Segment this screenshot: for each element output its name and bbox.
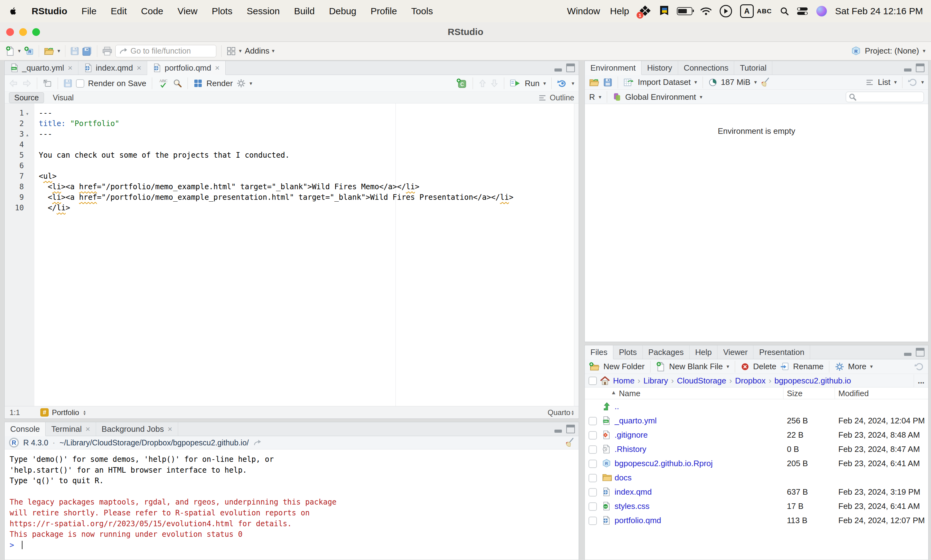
- save-doc-icon[interactable]: [63, 79, 72, 88]
- maximize-pane-icon[interactable]: [916, 63, 925, 72]
- menubar-item-build[interactable]: Build: [294, 6, 315, 17]
- close-tab-icon[interactable]: ×: [68, 63, 72, 73]
- close-tab-icon[interactable]: ×: [215, 63, 220, 73]
- render-label[interactable]: Render: [207, 78, 233, 88]
- menubar-item-tools[interactable]: Tools: [411, 6, 433, 17]
- file-name-link[interactable]: styles.css: [615, 502, 650, 511]
- print-icon[interactable]: [102, 46, 112, 56]
- new-project-icon[interactable]: R: [24, 46, 34, 56]
- file-name-link[interactable]: ..: [615, 402, 619, 411]
- fold-toggle-icon[interactable]: ▴: [26, 129, 32, 140]
- tab-portfolio-qmd[interactable]: portfolio.qmd×: [147, 61, 226, 75]
- input-abc-label[interactable]: ABC: [757, 8, 772, 15]
- menubar-item-help[interactable]: Help: [610, 6, 629, 17]
- breadcrumb-link-home[interactable]: Home: [613, 376, 634, 386]
- new-folder-icon[interactable]: [589, 362, 600, 371]
- forward-icon[interactable]: [22, 79, 31, 87]
- more-label[interactable]: More: [848, 362, 866, 371]
- table-row[interactable]: Rbgpopescu2.github.io.Rproj205 BFeb 23, …: [585, 456, 928, 471]
- outline-button[interactable]: Outline: [538, 93, 574, 102]
- run-label[interactable]: Run: [525, 78, 539, 88]
- breadcrumb-link-cloudstorage[interactable]: CloudStorage: [677, 376, 726, 386]
- menubar-item-profile[interactable]: Profile: [371, 6, 397, 17]
- tab-viewer[interactable]: Viewer: [717, 345, 754, 359]
- import-dataset-caret-icon[interactable]: ▾: [695, 79, 697, 86]
- goto-directory-arrow-icon[interactable]: [253, 439, 262, 446]
- sort-ascending-icon[interactable]: ▲: [611, 389, 617, 396]
- tab-background-jobs[interactable]: Background Jobs×: [96, 422, 178, 436]
- goto-file-box[interactable]: Go to file/function: [115, 45, 216, 57]
- back-icon[interactable]: [9, 79, 18, 87]
- new-folder-label[interactable]: New Folder: [603, 362, 644, 371]
- spotlight-icon[interactable]: [780, 6, 789, 16]
- new-file-icon[interactable]: [6, 46, 15, 56]
- console-output[interactable]: Type 'demo()' for some demos, 'help()' f…: [5, 450, 579, 560]
- memory-usage-label[interactable]: 187 MiB: [721, 77, 750, 87]
- row-checkbox[interactable]: [589, 460, 597, 468]
- refresh-caret-icon[interactable]: ▾: [921, 79, 924, 86]
- table-row[interactable]: .Rhistory0 BFeb 23, 2024, 8:47 AM: [585, 442, 928, 456]
- table-row[interactable]: YML_quarto.yml256 BFeb 24, 2024, 12:04 P…: [585, 414, 928, 428]
- minimize-pane-icon[interactable]: [555, 66, 562, 72]
- close-tab-icon[interactable]: ×: [137, 63, 141, 73]
- breadcrumb-more-button[interactable]: ...: [914, 374, 928, 387]
- column-header-size[interactable]: Size: [787, 389, 803, 398]
- tab-packages[interactable]: Packages: [643, 345, 690, 359]
- siri-icon[interactable]: [816, 6, 827, 17]
- fold-toggle-icon[interactable]: ▾: [26, 108, 32, 119]
- import-dataset-label[interactable]: Import Dataset: [638, 77, 691, 87]
- project-menu[interactable]: R Project: (None) ▾: [851, 46, 925, 56]
- table-row[interactable]: ..: [585, 399, 928, 414]
- flag-icon[interactable]: [660, 6, 669, 17]
- render-icon[interactable]: [193, 78, 203, 88]
- global-environment-label[interactable]: Global Environment: [625, 92, 696, 102]
- refresh-icon[interactable]: [914, 362, 924, 371]
- apple-icon[interactable]: [9, 6, 17, 16]
- render-on-save-checkbox[interactable]: [76, 79, 84, 88]
- tab-tutorial[interactable]: Tutorial: [734, 61, 772, 75]
- panes-caret-icon[interactable]: ▾: [239, 48, 242, 54]
- render-settings-gear-icon[interactable]: [236, 78, 246, 88]
- tab--quarto-yml[interactable]: YML_quarto.yml×: [5, 61, 79, 75]
- menubar-item-window[interactable]: Window: [567, 6, 600, 17]
- visual-mode-button[interactable]: Visual: [53, 93, 74, 102]
- rerun-caret-icon[interactable]: ▾: [572, 80, 574, 87]
- save-workspace-icon[interactable]: [603, 78, 612, 87]
- save-all-icon[interactable]: [82, 46, 92, 56]
- save-icon[interactable]: [70, 47, 79, 55]
- run-icon[interactable]: [510, 79, 521, 88]
- table-row[interactable]: portfolio.qmd113 BFeb 24, 2024, 12:07 PM: [585, 513, 928, 528]
- code-editor[interactable]: 1▾---2title: "Portfolio"3▴---45You can c…: [5, 103, 579, 406]
- language-selector[interactable]: R: [589, 92, 595, 102]
- menubar-item-debug[interactable]: Debug: [329, 6, 356, 17]
- tab-files[interactable]: Files: [585, 345, 613, 359]
- close-tab-icon[interactable]: ×: [86, 424, 90, 434]
- close-tab-icon[interactable]: ×: [168, 424, 172, 434]
- maximize-pane-icon[interactable]: [566, 63, 575, 72]
- delete-label[interactable]: Delete: [753, 362, 776, 371]
- render-settings-caret-icon[interactable]: ▾: [250, 80, 252, 87]
- row-checkbox[interactable]: [589, 417, 597, 425]
- breadcrumb-link-bgpopescu2-github-io[interactable]: bgpopescu2.github.io: [774, 376, 851, 386]
- insert-chunk-icon[interactable]: C: [456, 78, 467, 88]
- delete-icon[interactable]: [741, 362, 749, 371]
- control-center-icon[interactable]: [797, 8, 808, 15]
- tab-terminal[interactable]: Terminal×: [46, 422, 96, 436]
- rerun-icon[interactable]: [557, 79, 568, 88]
- file-name-link[interactable]: index.qmd: [615, 487, 652, 497]
- section-updown-icon[interactable]: ▴▾: [83, 410, 86, 415]
- menubar-app-name[interactable]: RStudio: [32, 6, 67, 17]
- run-down-icon[interactable]: [490, 79, 498, 88]
- doc-mode-updown-icon[interactable]: ▴▾: [572, 410, 573, 415]
- editor-scrollbar[interactable]: [574, 103, 579, 406]
- memory-caret-icon[interactable]: ▾: [754, 79, 757, 86]
- breadcrumb-link-dropbox[interactable]: Dropbox: [735, 376, 766, 386]
- spellcheck-icon[interactable]: ABC: [158, 78, 169, 88]
- minimize-pane-icon[interactable]: [904, 350, 911, 357]
- panes-grid-icon[interactable]: [227, 46, 236, 56]
- run-up-icon[interactable]: [478, 79, 487, 88]
- file-name-link[interactable]: .gitignore: [615, 430, 648, 440]
- environment-search-input[interactable]: [846, 92, 924, 102]
- menubar-item-session[interactable]: Session: [247, 6, 280, 17]
- column-header-name[interactable]: Name: [619, 389, 640, 398]
